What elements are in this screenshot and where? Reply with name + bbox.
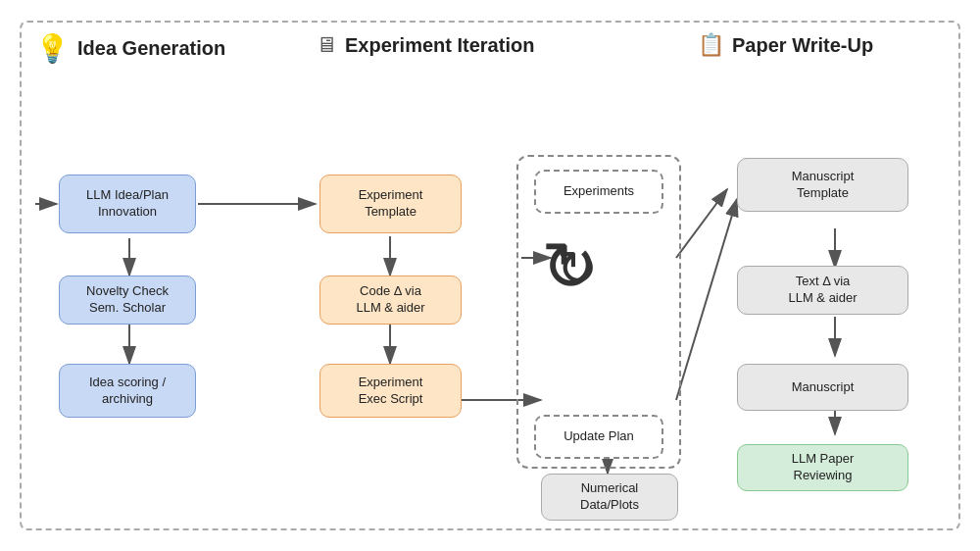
experiments-node: Experiments <box>534 170 663 214</box>
gpu-icon: 🖥 <box>316 32 337 58</box>
update-plan-node: Update Plan <box>534 415 663 459</box>
experiment-iteration-title: Experiment Iteration <box>345 34 534 57</box>
idea-generation-title: Idea Generation <box>77 37 225 60</box>
bulb-icon: 💡 <box>35 32 70 65</box>
paper-writeup-title: Paper Write-Up <box>732 34 873 57</box>
code-delta-node: Code Δ viaLLM & aider <box>319 276 462 325</box>
header-experiment-iteration: 🖥 Experiment Iteration <box>316 32 534 58</box>
header-paper-writeup: 📋 Paper Write-Up <box>698 32 873 58</box>
novelty-check-node: Novelty CheckSem. Scholar <box>59 276 196 325</box>
manuscript-template-node: ManuscriptTemplate <box>737 158 908 212</box>
svg-line-9 <box>676 199 737 400</box>
numerical-data-node: NumericalData/Plots <box>541 474 678 521</box>
svg-line-14 <box>676 189 727 258</box>
text-delta-node: Text Δ viaLLM & aider <box>737 266 908 315</box>
llm-idea-node: LLM Idea/Plan Innovation <box>59 175 196 233</box>
header-idea-generation: 💡 Idea Generation <box>35 32 225 65</box>
manuscript-node: Manuscript <box>737 364 908 411</box>
exp-exec-node: ExperimentExec Script <box>319 364 462 418</box>
paper-icon: 📋 <box>698 32 724 58</box>
llm-reviewing-node: LLM PaperReviewing <box>737 444 908 491</box>
exp-template-node: ExperimentTemplate <box>319 175 462 233</box>
diagram-container: 💡 Idea Generation 🖥 Experiment Iteration… <box>20 21 960 530</box>
circular-arrows-inner: ↺ <box>557 240 598 297</box>
idea-scoring-node: Idea scoring /archiving <box>59 364 196 418</box>
